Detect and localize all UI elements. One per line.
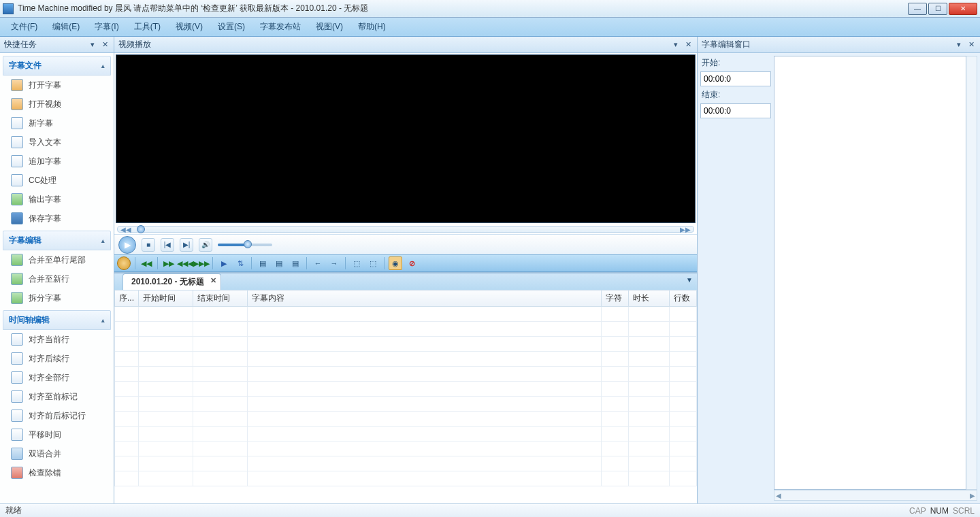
- close-button[interactable]: ✕: [949, 3, 977, 15]
- menu-tools[interactable]: 工具(T): [127, 18, 167, 35]
- volume-slider[interactable]: [218, 244, 272, 246]
- task-shift-time[interactable]: 平移时间: [3, 425, 111, 444]
- task-import-text[interactable]: 导入文本: [3, 133, 111, 152]
- menu-publish[interactable]: 字幕发布站: [253, 18, 308, 35]
- insert-after-icon[interactable]: ⬚: [366, 256, 380, 270]
- group-subtitle-edit[interactable]: 字幕编辑▴: [3, 231, 111, 250]
- col-chars[interactable]: 字符: [602, 290, 629, 307]
- table-row[interactable]: [115, 352, 697, 367]
- task-split-subtitle[interactable]: 拆分字幕: [3, 288, 111, 307]
- play-button[interactable]: ▶: [118, 236, 136, 254]
- document-tab[interactable]: 2010.01.20 - 无标题 ✕: [122, 273, 221, 290]
- textarea-vscrollbar[interactable]: [966, 56, 977, 490]
- col-index[interactable]: 序...: [115, 290, 139, 307]
- play-updown-icon[interactable]: ⇅: [233, 256, 247, 270]
- subtitle-grid[interactable]: 序... 开始时间 结束时间 字幕内容 字符 时长 行数: [114, 290, 697, 503]
- menu-subtitle[interactable]: 字幕(I): [88, 18, 125, 35]
- table-row[interactable]: [115, 307, 697, 322]
- col-dur[interactable]: 时长: [629, 290, 670, 307]
- volume-icon[interactable]: 🔊: [199, 238, 212, 252]
- align-left-icon[interactable]: ▤: [256, 256, 270, 270]
- minimize-button[interactable]: —: [908, 3, 927, 15]
- table-row[interactable]: [115, 337, 697, 352]
- menu-edit[interactable]: 编辑(E): [46, 18, 86, 35]
- menu-view[interactable]: 视图(V): [309, 18, 350, 35]
- task-new-subtitle[interactable]: 新字幕: [3, 114, 111, 133]
- menu-file[interactable]: 文件(F): [4, 18, 44, 35]
- col-content[interactable]: 字幕内容: [248, 290, 602, 307]
- table-row[interactable]: [115, 471, 697, 486]
- table-row[interactable]: [115, 456, 697, 471]
- forward-fast-icon[interactable]: ▶▶: [162, 256, 176, 270]
- group-timeline-edit[interactable]: 时间轴编辑▴: [3, 310, 111, 330]
- task-open-video[interactable]: 打开视频: [3, 95, 111, 114]
- seek-thumb[interactable]: [137, 225, 145, 233]
- disable-icon[interactable]: ⊘: [405, 256, 419, 270]
- pin-icon[interactable]: ▾: [88, 40, 97, 50]
- task-open-subtitle[interactable]: 打开字幕: [3, 76, 111, 95]
- pin-icon[interactable]: ▾: [954, 40, 964, 50]
- tabstrip-dropdown-icon[interactable]: ▼: [686, 276, 693, 284]
- task-align-all[interactable]: 对齐全部行: [3, 368, 111, 387]
- close-icon[interactable]: ✕: [683, 40, 693, 50]
- col-end[interactable]: 结束时间: [193, 290, 248, 307]
- start-time-input[interactable]: [700, 71, 771, 86]
- subtitle-text-input[interactable]: [774, 56, 966, 490]
- table-row[interactable]: [115, 367, 697, 382]
- task-align-prev-next-mark[interactable]: 对齐前后标记行: [3, 406, 111, 425]
- menu-help[interactable]: 帮助(H): [351, 18, 393, 35]
- pin-icon[interactable]: ▾: [671, 40, 681, 50]
- rewind-fast-icon[interactable]: ◀◀: [140, 256, 153, 270]
- preview-toggle-icon[interactable]: ◉: [389, 256, 402, 270]
- forward-triple-icon[interactable]: ▶▶▶: [195, 256, 208, 270]
- task-merge-tail[interactable]: 合并至单行尾部: [3, 250, 111, 269]
- close-icon[interactable]: ✕: [100, 40, 110, 50]
- align-center-icon[interactable]: ▤: [272, 256, 286, 270]
- mark-out-icon[interactable]: →: [327, 256, 341, 270]
- mark-in-icon[interactable]: ←: [311, 256, 325, 270]
- task-bilingual-merge[interactable]: 双语合并: [3, 444, 111, 463]
- task-cc-process[interactable]: CC处理: [3, 171, 111, 190]
- table-row[interactable]: [115, 427, 697, 441]
- new-doc-icon: [11, 117, 23, 129]
- table-row[interactable]: [115, 412, 697, 427]
- col-lines[interactable]: 行数: [670, 290, 697, 307]
- seek-slider[interactable]: ◀◀ ▶▶: [117, 226, 694, 233]
- menu-video[interactable]: 视频(V): [169, 18, 210, 35]
- align-right-icon[interactable]: ▤: [289, 256, 302, 270]
- task-align-current[interactable]: 对齐当前行: [3, 330, 111, 349]
- globe-icon[interactable]: [117, 256, 131, 270]
- prev-button[interactable]: |◀: [161, 238, 174, 252]
- table-row[interactable]: [115, 382, 697, 397]
- task-align-next[interactable]: 对齐后续行: [3, 349, 111, 368]
- rewind-triple-icon[interactable]: ◀◀◀: [178, 256, 192, 270]
- play-range-icon[interactable]: ▶: [217, 256, 231, 270]
- task-align-to-prev-mark[interactable]: 对齐至前标记: [3, 387, 111, 406]
- task-check-errors[interactable]: 检查除错: [3, 463, 111, 482]
- col-start[interactable]: 开始时间: [139, 290, 193, 307]
- close-icon[interactable]: ✕: [966, 40, 976, 50]
- task-append-subtitle[interactable]: 追加字幕: [3, 152, 111, 171]
- task-export-subtitle[interactable]: 输出字幕: [3, 190, 111, 209]
- video-pane-header: 视频播放 ▾ ✕: [114, 37, 697, 53]
- seek-fwd-icon[interactable]: ▶▶: [680, 226, 691, 233]
- table-row[interactable]: [115, 322, 697, 337]
- end-time-input[interactable]: [700, 103, 771, 118]
- table-row[interactable]: [115, 441, 697, 456]
- stop-button[interactable]: ■: [142, 238, 155, 252]
- time-column: 开始: 结束:: [700, 56, 771, 501]
- status-text: 就绪: [5, 505, 22, 516]
- textarea-hscrollbar[interactable]: ◀▶: [774, 490, 977, 501]
- maximize-button[interactable]: ☐: [928, 3, 947, 15]
- menu-settings[interactable]: 设置(S): [211, 18, 252, 35]
- group-subtitle-file[interactable]: 字幕文件▴: [3, 56, 111, 76]
- next-button[interactable]: ▶|: [180, 238, 193, 252]
- tab-close-icon[interactable]: ✕: [210, 276, 216, 285]
- task-save-subtitle[interactable]: 保存字幕: [3, 209, 111, 228]
- table-row[interactable]: [115, 397, 697, 412]
- task-merge-newline[interactable]: 合并至新行: [3, 269, 111, 288]
- video-display[interactable]: [116, 54, 696, 223]
- volume-thumb[interactable]: [244, 240, 252, 248]
- insert-before-icon[interactable]: ⬚: [350, 256, 363, 270]
- seek-back-icon[interactable]: ◀◀: [120, 226, 131, 233]
